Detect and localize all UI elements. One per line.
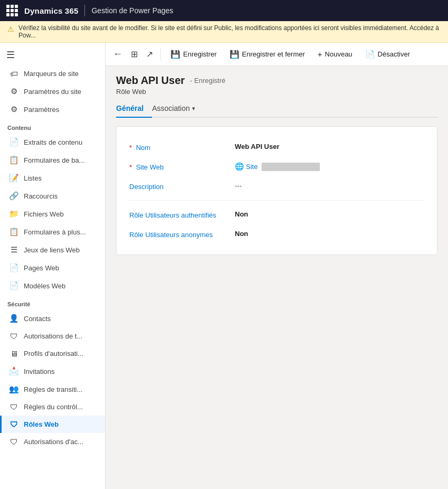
parametres-icon: ⚙	[9, 105, 18, 114]
waffle-button[interactable]	[6, 5, 18, 16]
form-value-nom: Web API User	[235, 143, 424, 151]
save-close-icon: 💾	[230, 50, 240, 59]
form-row-site-web: * Site Web 🌐 Site ████████████	[129, 157, 424, 176]
sidebar-item-formulaires-ba[interactable]: 📋 Formulaires de ba...	[0, 151, 105, 169]
app-name: Gestion de Power Pages	[91, 6, 173, 15]
sidebar-label: Formulaires à plus...	[24, 228, 86, 236]
regles-transiti-icon: 👥	[9, 384, 18, 394]
record-title: Web API User	[116, 74, 185, 87]
pages-web-icon: 📄	[9, 263, 18, 272]
site-link[interactable]: Site ████████████	[246, 163, 424, 171]
form-label-site-web: * Site Web	[129, 162, 235, 171]
record-title-row: Web API User - Enregistré	[116, 74, 437, 87]
form-row-description: Description ---	[129, 176, 424, 196]
sidebar-item-autorisations-ac[interactable]: 🛡 Autorisations d'ac...	[0, 433, 105, 450]
sidebar-label: Pages Web	[24, 264, 59, 272]
listes-icon: 📝	[9, 173, 18, 183]
sidebar-section-securite: Sécurité	[0, 295, 105, 309]
sidebar-label: Jeux de liens Web	[24, 246, 80, 254]
sidebar-item-contacts[interactable]: 👤 Contacts	[0, 309, 105, 327]
tab-association[interactable]: Association ▾	[152, 100, 204, 118]
sidebar-label: Invitations	[24, 368, 55, 375]
form-label-nom: * Nom	[129, 143, 235, 152]
sidebar-section-contenu: Contenu	[0, 118, 105, 133]
form-value-role-anonymes: Non	[235, 230, 424, 238]
back-button[interactable]: ←	[110, 46, 126, 62]
new-label: Nouveau	[325, 50, 352, 58]
save-close-label: Enregistrer et fermer	[242, 50, 305, 58]
sidebar-item-parametres-site[interactable]: ⚙ Paramètres du site	[0, 82, 105, 100]
sidebar-item-roles-web[interactable]: 🛡 Rôles Web	[0, 416, 105, 433]
sidebar-label: Autorisations d'ac...	[24, 438, 83, 446]
external-link-button[interactable]: ↗	[143, 47, 156, 61]
title-divider	[84, 5, 85, 16]
jeux-liens-icon: ☰	[9, 245, 18, 255]
deactivate-label: Désactiver	[378, 50, 410, 58]
form-row-role-authentifies: Rôle Utilisateurs authentifiés Non	[129, 205, 424, 224]
top-bar: Dynamics 365 Gestion de Power Pages	[0, 0, 448, 21]
sidebar-label: Paramètres	[24, 106, 59, 114]
sidebar-item-jeux-liens-web[interactable]: ☰ Jeux de liens Web	[0, 241, 105, 259]
new-icon: +	[318, 50, 322, 59]
sidebar-label: Contacts	[24, 315, 51, 323]
fichiers-web-icon: 📁	[9, 209, 18, 219]
save-button[interactable]: 💾 Enregistrer	[165, 46, 222, 62]
tab-general[interactable]: Général	[116, 100, 152, 118]
required-indicator-nom: *	[129, 144, 132, 152]
sidebar-item-listes[interactable]: 📝 Listes	[0, 169, 105, 187]
sidebar-label: Formulaires de ba...	[24, 156, 85, 164]
form-value-description: ---	[235, 182, 424, 190]
app-title: Dynamics 365	[24, 6, 78, 15]
sidebar-item-regles-controle[interactable]: 🛡 Règles du contrôl...	[0, 398, 105, 416]
form-row-role-anonymes: Rôle Utilisateurs anonymes Non	[129, 224, 424, 244]
raccourcis-icon: 🔗	[9, 191, 18, 201]
autorisations-ac-icon: 🛡	[9, 437, 18, 446]
globe-icon: 🌐	[235, 162, 244, 171]
save-label: Enregistrer	[183, 50, 217, 58]
record-status: - Enregistré	[190, 77, 225, 84]
sidebar-item-invitations[interactable]: 📩 Invitations	[0, 362, 105, 380]
modeles-web-icon: 📄	[9, 281, 18, 290]
marqueurs-icon: 🏷	[9, 69, 18, 78]
save-icon: 💾	[170, 50, 180, 59]
sidebar-item-regles-transiti[interactable]: 👥 Règles de transiti...	[0, 380, 105, 398]
form-divider	[129, 200, 424, 201]
sidebar-label: Règles du contrôl...	[24, 403, 83, 411]
form-value-site-web: 🌐 Site ████████████	[235, 162, 424, 171]
sidebar-item-pages-web[interactable]: 📄 Pages Web	[0, 259, 105, 277]
deactivate-button[interactable]: 📄 Désactiver	[360, 46, 415, 62]
sidebar-item-extraits-contenu[interactable]: 📄 Extraits de contenu	[0, 133, 105, 151]
form-label-description: Description	[129, 182, 235, 191]
form-row-nom: * Nom Web API User	[129, 137, 424, 157]
form-label-role-anonymes: Rôle Utilisateurs anonymes	[129, 230, 235, 239]
sidebar-item-autorisations-t[interactable]: 🛡 Autorisations de t...	[0, 327, 105, 345]
tabs-container: Général Association ▾	[116, 100, 437, 118]
sidebar-label: Règles de transiti...	[24, 385, 82, 393]
sidebar-item-fichiers-web[interactable]: 📁 Fichiers Web	[0, 205, 105, 223]
new-button[interactable]: + Nouveau	[312, 46, 358, 62]
sidebar-item-modeles-web[interactable]: 📄 Modèles Web	[0, 277, 105, 295]
formulaires-plus-icon: 📋	[9, 227, 18, 237]
sidebar-item-parametres[interactable]: ⚙ Paramètres	[0, 100, 105, 118]
tab-association-label: Association	[152, 104, 190, 112]
parametres-site-icon: ⚙	[9, 87, 18, 96]
extraits-icon: 📄	[9, 137, 18, 147]
deactivate-icon: 📄	[365, 50, 375, 59]
record-subtitle: Rôle Web	[116, 88, 437, 96]
site-row: 🌐 Site ████████████	[235, 162, 424, 171]
form-card: * Nom Web API User * Site Web 🌐 Site ██	[116, 126, 437, 255]
content-area: Web API User - Enregistré Rôle Web Génér…	[106, 66, 448, 489]
save-close-button[interactable]: 💾 Enregistrer et fermer	[224, 46, 310, 62]
view-button[interactable]: ⊞	[128, 47, 141, 61]
warning-bar: ⚠ Vérifiez la visibilité du site avant d…	[0, 21, 448, 43]
sidebar-label: Listes	[24, 174, 42, 182]
sidebar-item-profils-autorisati[interactable]: 🖥 Profils d'autorisati...	[0, 345, 105, 362]
regles-controle-icon: 🛡	[9, 402, 18, 411]
sidebar-item-marqueurs-site[interactable]: 🏷 Marqueurs de site	[0, 65, 105, 82]
warning-text: Vérifiez la visibilité du site avant de …	[18, 24, 441, 39]
sidebar-menu-toggle[interactable]: ☰	[0, 45, 105, 65]
sidebar-item-raccourcis[interactable]: 🔗 Raccourcis	[0, 187, 105, 205]
sidebar-item-formulaires-plus[interactable]: 📋 Formulaires à plus...	[0, 223, 105, 241]
chevron-down-icon: ▾	[192, 105, 195, 112]
sidebar-label: Autorisations de t...	[24, 332, 82, 340]
